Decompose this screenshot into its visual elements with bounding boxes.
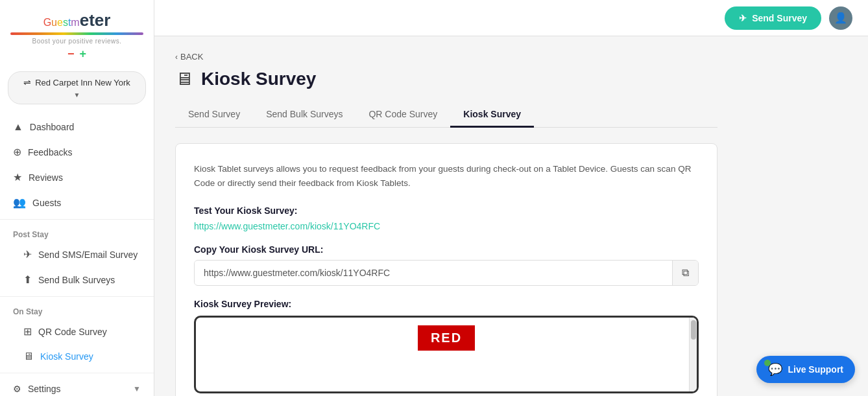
url-input-field[interactable] — [195, 261, 672, 285]
logo-letter-s: s — [63, 17, 68, 29]
back-chevron-icon: ‹ — [175, 52, 178, 62]
logo-letter-u: u — [51, 17, 57, 29]
sidebar-nav: ▲ Dashboard ⊕ Feedbacks ★ Reviews 👥 Gues… — [0, 110, 154, 396]
preview-scrollbar-thumb — [691, 320, 696, 340]
send-bulk-icon: ⬆ — [23, 274, 32, 286]
test-kiosk-label: Test Your Kiosk Survey: — [194, 205, 699, 216]
property-selector[interactable]: ⇌ Red Carpet Inn New York ▼ — [8, 71, 146, 104]
nav-divider-1 — [0, 219, 154, 220]
logo-letter-g: G — [43, 17, 51, 29]
copy-url-button[interactable]: ⧉ — [672, 261, 698, 285]
topbar: ✈ Send Survey 👤 — [154, 0, 868, 36]
on-stay-section-label: On Stay — [0, 301, 154, 319]
preview-content: RED — [196, 318, 697, 358]
sidebar-item-label-settings: Settings — [28, 384, 61, 394]
dashboard-icon: ▲ — [13, 121, 23, 133]
test-kiosk-url-link[interactable]: https://www.guestmeter.com/kiosk/11YO4RF… — [194, 221, 699, 231]
sidebar-item-label-dashboard: Dashboard — [30, 122, 75, 132]
sidebar-item-label-qr: QR Code Survey — [38, 327, 107, 337]
send-survey-btn-label: Send Survey — [752, 13, 807, 23]
sidebar: Guestmeter Boost your positive reviews. … — [0, 0, 154, 396]
back-label: BACK — [180, 52, 203, 62]
tab-qr-code-survey-label: QR Code Survey — [368, 109, 437, 119]
send-survey-btn-icon: ✈ — [739, 13, 747, 23]
preview-scrollbar[interactable] — [689, 318, 697, 391]
logo-plus-icon[interactable]: + — [80, 47, 87, 61]
sidebar-item-dashboard[interactable]: ▲ Dashboard — [0, 115, 154, 139]
sidebar-item-feedbacks[interactable]: ⊕ Feedbacks — [0, 139, 154, 165]
logo-letter-m: m — [71, 17, 79, 29]
content-area: ‹ BACK 🖥 Kiosk Survey Send Survey Send B… — [154, 36, 738, 396]
guests-icon: 👥 — [13, 196, 26, 209]
preview-frame: RED — [194, 316, 699, 393]
property-name: Red Carpet Inn New York — [35, 78, 130, 87]
sidebar-item-qr-code-survey[interactable]: ⊞ QR Code Survey — [0, 319, 154, 344]
send-sms-icon: ✈ — [23, 248, 32, 261]
tab-kiosk-survey-label: Kiosk Survey — [463, 109, 521, 119]
main-card: Kiosk Tablet surveys allows you to reque… — [175, 143, 717, 396]
tab-send-survey[interactable]: Send Survey — [175, 102, 253, 128]
tab-kiosk-survey[interactable]: Kiosk Survey — [450, 102, 534, 128]
copy-icon: ⧉ — [682, 267, 689, 278]
tab-qr-code-survey[interactable]: QR Code Survey — [356, 102, 450, 128]
feedbacks-icon: ⊕ — [13, 146, 21, 158]
logo-letter-e: e — [57, 17, 63, 29]
qr-code-icon: ⊞ — [23, 325, 32, 338]
page-title: Kiosk Survey — [201, 69, 316, 89]
reviews-icon: ★ — [13, 171, 22, 183]
card-description: Kiosk Tablet surveys allows you to reque… — [194, 162, 699, 190]
preview-red-banner: RED — [418, 325, 475, 351]
copy-url-label: Copy Your Kiosk Survey URL: — [194, 244, 699, 255]
post-stay-section-label: Post Stay — [0, 224, 154, 242]
sidebar-item-label-send-sms: Send SMS/Email Survey — [38, 250, 138, 260]
sidebar-item-reviews[interactable]: ★ Reviews — [0, 165, 154, 190]
user-avatar-icon: 👤 — [834, 12, 847, 24]
nav-divider-2 — [0, 296, 154, 297]
sidebar-item-settings[interactable]: ⚙ Settings ▼ — [0, 377, 154, 396]
send-survey-button[interactable]: ✈ Send Survey — [725, 6, 821, 30]
logo-controls: − + — [67, 47, 86, 61]
url-input-group: ⧉ — [194, 260, 699, 286]
preview-label: Kiosk Survey Preview: — [194, 299, 699, 309]
tabs-container: Send Survey Send Bulk Surveys QR Code Su… — [175, 102, 717, 128]
sidebar-item-label-guests: Guests — [32, 198, 61, 208]
sidebar-item-kiosk-survey[interactable]: 🖥 Kiosk Survey — [0, 344, 154, 369]
property-icon: ⇌ — [23, 77, 31, 87]
sidebar-item-send-bulk-surveys[interactable]: ⬆ Send Bulk Surveys — [0, 267, 154, 292]
sidebar-item-label-reviews: Reviews — [29, 172, 63, 183]
sidebar-item-send-sms-email-survey[interactable]: ✈ Send SMS/Email Survey — [0, 242, 154, 267]
logo-letter-eter: eter — [80, 10, 111, 30]
page-title-container: 🖥 Kiosk Survey — [175, 68, 717, 89]
back-link[interactable]: ‹ BACK — [175, 52, 717, 62]
sidebar-item-label-send-bulk: Send Bulk Surveys — [38, 275, 115, 285]
live-support-widget[interactable]: 💬 Live Support — [756, 356, 855, 383]
live-support-label: Live Support — [788, 364, 843, 375]
nav-divider-3 — [0, 373, 154, 373]
tab-send-bulk-surveys-label: Send Bulk Surveys — [266, 109, 343, 119]
logo-minus-icon[interactable]: − — [67, 47, 75, 61]
sidebar-item-guests[interactable]: 👥 Guests — [0, 190, 154, 215]
kiosk-icon: 🖥 — [23, 351, 34, 362]
property-chevron-icon: ▼ — [74, 91, 80, 99]
tab-send-survey-label: Send Survey — [188, 109, 240, 119]
logo: Guestmeter Boost your positive reviews. … — [0, 0, 154, 66]
settings-icon: ⚙ — [13, 384, 21, 394]
user-avatar[interactable]: 👤 — [829, 6, 852, 30]
settings-chevron-icon: ▼ — [133, 384, 141, 393]
live-support-chat-icon: 💬 — [768, 362, 782, 377]
page-title-icon: 🖥 — [175, 68, 193, 89]
preview-section: Kiosk Survey Preview: RED — [194, 299, 699, 393]
sidebar-item-label-feedbacks: Feedbacks — [28, 147, 72, 157]
main-content: ✈ Send Survey 👤 ‹ BACK 🖥 Kiosk Survey Se… — [154, 0, 868, 396]
logo-bar — [10, 32, 143, 35]
sidebar-item-label-kiosk: Kiosk Survey — [40, 351, 93, 362]
tab-send-bulk-surveys[interactable]: Send Bulk Surveys — [253, 102, 356, 128]
logo-tagline: Boost your positive reviews. — [32, 38, 122, 45]
